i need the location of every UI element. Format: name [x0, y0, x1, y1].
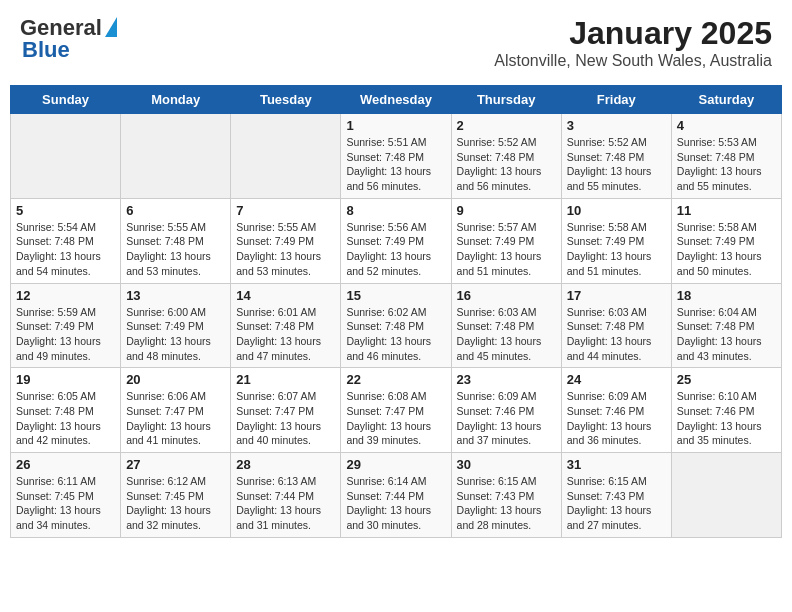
calendar-week-4: 19Sunrise: 6:05 AM Sunset: 7:48 PM Dayli… — [11, 368, 782, 453]
calendar-cell: 15Sunrise: 6:02 AM Sunset: 7:48 PM Dayli… — [341, 283, 451, 368]
day-info: Sunrise: 5:51 AM Sunset: 7:48 PM Dayligh… — [346, 135, 445, 194]
calendar-cell: 25Sunrise: 6:10 AM Sunset: 7:46 PM Dayli… — [671, 368, 781, 453]
calendar-cell: 31Sunrise: 6:15 AM Sunset: 7:43 PM Dayli… — [561, 453, 671, 538]
day-info: Sunrise: 6:09 AM Sunset: 7:46 PM Dayligh… — [567, 389, 666, 448]
calendar-cell: 10Sunrise: 5:58 AM Sunset: 7:49 PM Dayli… — [561, 198, 671, 283]
day-info: Sunrise: 6:13 AM Sunset: 7:44 PM Dayligh… — [236, 474, 335, 533]
calendar-cell — [671, 453, 781, 538]
calendar-cell: 4Sunrise: 5:53 AM Sunset: 7:48 PM Daylig… — [671, 114, 781, 199]
day-number: 24 — [567, 372, 666, 387]
calendar-cell: 6Sunrise: 5:55 AM Sunset: 7:48 PM Daylig… — [121, 198, 231, 283]
calendar-cell: 30Sunrise: 6:15 AM Sunset: 7:43 PM Dayli… — [451, 453, 561, 538]
calendar-cell: 3Sunrise: 5:52 AM Sunset: 7:48 PM Daylig… — [561, 114, 671, 199]
calendar-week-2: 5Sunrise: 5:54 AM Sunset: 7:48 PM Daylig… — [11, 198, 782, 283]
day-info: Sunrise: 6:10 AM Sunset: 7:46 PM Dayligh… — [677, 389, 776, 448]
day-info: Sunrise: 6:07 AM Sunset: 7:47 PM Dayligh… — [236, 389, 335, 448]
day-info: Sunrise: 5:54 AM Sunset: 7:48 PM Dayligh… — [16, 220, 115, 279]
day-info: Sunrise: 6:09 AM Sunset: 7:46 PM Dayligh… — [457, 389, 556, 448]
weekday-header-wednesday: Wednesday — [341, 86, 451, 114]
calendar-cell: 27Sunrise: 6:12 AM Sunset: 7:45 PM Dayli… — [121, 453, 231, 538]
calendar-cell: 12Sunrise: 5:59 AM Sunset: 7:49 PM Dayli… — [11, 283, 121, 368]
day-number: 7 — [236, 203, 335, 218]
day-number: 9 — [457, 203, 556, 218]
day-info: Sunrise: 6:03 AM Sunset: 7:48 PM Dayligh… — [567, 305, 666, 364]
calendar-cell — [121, 114, 231, 199]
day-number: 30 — [457, 457, 556, 472]
day-info: Sunrise: 5:52 AM Sunset: 7:48 PM Dayligh… — [567, 135, 666, 194]
day-info: Sunrise: 5:58 AM Sunset: 7:49 PM Dayligh… — [677, 220, 776, 279]
day-number: 3 — [567, 118, 666, 133]
calendar-cell: 5Sunrise: 5:54 AM Sunset: 7:48 PM Daylig… — [11, 198, 121, 283]
calendar-cell: 17Sunrise: 6:03 AM Sunset: 7:48 PM Dayli… — [561, 283, 671, 368]
day-info: Sunrise: 5:58 AM Sunset: 7:49 PM Dayligh… — [567, 220, 666, 279]
day-number: 29 — [346, 457, 445, 472]
calendar-cell: 24Sunrise: 6:09 AM Sunset: 7:46 PM Dayli… — [561, 368, 671, 453]
calendar-cell: 18Sunrise: 6:04 AM Sunset: 7:48 PM Dayli… — [671, 283, 781, 368]
day-info: Sunrise: 6:03 AM Sunset: 7:48 PM Dayligh… — [457, 305, 556, 364]
day-info: Sunrise: 5:59 AM Sunset: 7:49 PM Dayligh… — [16, 305, 115, 364]
calendar-cell: 14Sunrise: 6:01 AM Sunset: 7:48 PM Dayli… — [231, 283, 341, 368]
calendar-cell: 1Sunrise: 5:51 AM Sunset: 7:48 PM Daylig… — [341, 114, 451, 199]
logo-triangle-icon — [105, 17, 117, 37]
day-number: 6 — [126, 203, 225, 218]
day-number: 21 — [236, 372, 335, 387]
weekday-header-row: SundayMondayTuesdayWednesdayThursdayFrid… — [11, 86, 782, 114]
weekday-header-sunday: Sunday — [11, 86, 121, 114]
calendar-week-3: 12Sunrise: 5:59 AM Sunset: 7:49 PM Dayli… — [11, 283, 782, 368]
day-number: 2 — [457, 118, 556, 133]
calendar-cell: 21Sunrise: 6:07 AM Sunset: 7:47 PM Dayli… — [231, 368, 341, 453]
day-number: 10 — [567, 203, 666, 218]
logo: General Blue — [20, 15, 117, 63]
calendar-cell: 20Sunrise: 6:06 AM Sunset: 7:47 PM Dayli… — [121, 368, 231, 453]
page-title: January 2025 — [494, 15, 772, 52]
calendar-cell — [11, 114, 121, 199]
calendar-cell: 29Sunrise: 6:14 AM Sunset: 7:44 PM Dayli… — [341, 453, 451, 538]
calendar-cell: 19Sunrise: 6:05 AM Sunset: 7:48 PM Dayli… — [11, 368, 121, 453]
day-number: 18 — [677, 288, 776, 303]
day-info: Sunrise: 6:14 AM Sunset: 7:44 PM Dayligh… — [346, 474, 445, 533]
calendar-cell: 2Sunrise: 5:52 AM Sunset: 7:48 PM Daylig… — [451, 114, 561, 199]
calendar-cell: 9Sunrise: 5:57 AM Sunset: 7:49 PM Daylig… — [451, 198, 561, 283]
day-number: 19 — [16, 372, 115, 387]
day-number: 4 — [677, 118, 776, 133]
page-subtitle: Alstonville, New South Wales, Australia — [494, 52, 772, 70]
day-number: 16 — [457, 288, 556, 303]
calendar-cell: 23Sunrise: 6:09 AM Sunset: 7:46 PM Dayli… — [451, 368, 561, 453]
calendar-cell: 8Sunrise: 5:56 AM Sunset: 7:49 PM Daylig… — [341, 198, 451, 283]
day-info: Sunrise: 6:02 AM Sunset: 7:48 PM Dayligh… — [346, 305, 445, 364]
calendar-cell: 22Sunrise: 6:08 AM Sunset: 7:47 PM Dayli… — [341, 368, 451, 453]
calendar-cell: 13Sunrise: 6:00 AM Sunset: 7:49 PM Dayli… — [121, 283, 231, 368]
calendar-cell: 11Sunrise: 5:58 AM Sunset: 7:49 PM Dayli… — [671, 198, 781, 283]
day-number: 15 — [346, 288, 445, 303]
day-info: Sunrise: 5:53 AM Sunset: 7:48 PM Dayligh… — [677, 135, 776, 194]
calendar-table: SundayMondayTuesdayWednesdayThursdayFrid… — [10, 85, 782, 538]
calendar-week-1: 1Sunrise: 5:51 AM Sunset: 7:48 PM Daylig… — [11, 114, 782, 199]
day-number: 12 — [16, 288, 115, 303]
day-number: 14 — [236, 288, 335, 303]
calendar-cell: 28Sunrise: 6:13 AM Sunset: 7:44 PM Dayli… — [231, 453, 341, 538]
day-info: Sunrise: 6:11 AM Sunset: 7:45 PM Dayligh… — [16, 474, 115, 533]
day-number: 25 — [677, 372, 776, 387]
day-number: 28 — [236, 457, 335, 472]
weekday-header-tuesday: Tuesday — [231, 86, 341, 114]
day-number: 26 — [16, 457, 115, 472]
calendar-cell: 7Sunrise: 5:55 AM Sunset: 7:49 PM Daylig… — [231, 198, 341, 283]
day-info: Sunrise: 5:56 AM Sunset: 7:49 PM Dayligh… — [346, 220, 445, 279]
day-number: 17 — [567, 288, 666, 303]
day-info: Sunrise: 6:06 AM Sunset: 7:47 PM Dayligh… — [126, 389, 225, 448]
day-number: 1 — [346, 118, 445, 133]
day-number: 20 — [126, 372, 225, 387]
day-info: Sunrise: 6:15 AM Sunset: 7:43 PM Dayligh… — [567, 474, 666, 533]
calendar-cell: 26Sunrise: 6:11 AM Sunset: 7:45 PM Dayli… — [11, 453, 121, 538]
day-number: 5 — [16, 203, 115, 218]
day-info: Sunrise: 5:52 AM Sunset: 7:48 PM Dayligh… — [457, 135, 556, 194]
day-number: 11 — [677, 203, 776, 218]
day-number: 31 — [567, 457, 666, 472]
title-block: January 2025 Alstonville, New South Wale… — [494, 15, 772, 70]
weekday-header-saturday: Saturday — [671, 86, 781, 114]
day-number: 27 — [126, 457, 225, 472]
day-info: Sunrise: 6:04 AM Sunset: 7:48 PM Dayligh… — [677, 305, 776, 364]
day-info: Sunrise: 6:01 AM Sunset: 7:48 PM Dayligh… — [236, 305, 335, 364]
day-number: 8 — [346, 203, 445, 218]
calendar-week-5: 26Sunrise: 6:11 AM Sunset: 7:45 PM Dayli… — [11, 453, 782, 538]
